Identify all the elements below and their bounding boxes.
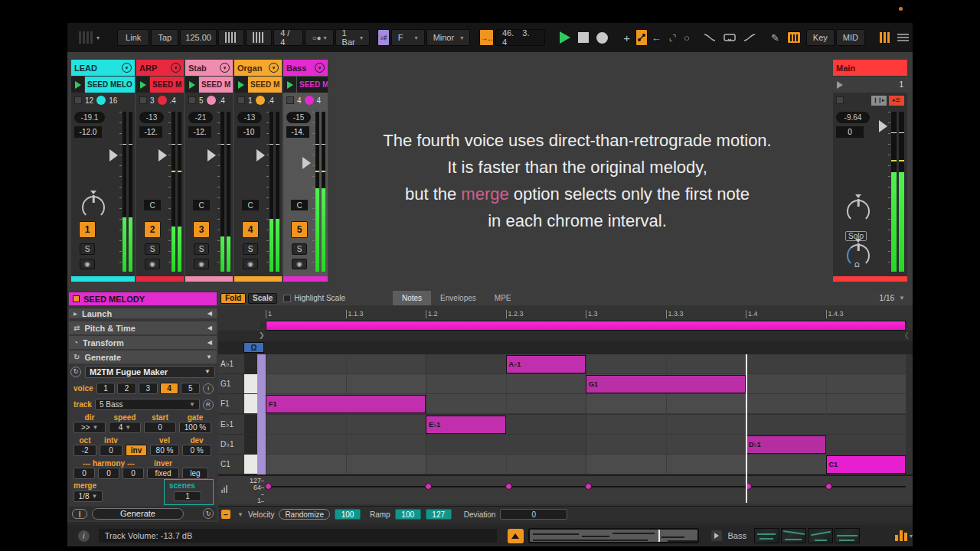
voice-button-4[interactable]: 4	[160, 383, 179, 394]
capture-midi-icon[interactable]: ○	[680, 29, 694, 46]
intv-field[interactable]: 0	[100, 445, 122, 456]
clip-stop-button[interactable]	[188, 96, 196, 104]
arm-button[interactable]: ◉	[145, 259, 160, 269]
refresh-icon[interactable]: ↻	[203, 508, 214, 519]
voice-button-1[interactable]: 1	[96, 383, 116, 394]
harmony-field-1[interactable]: 0	[74, 468, 95, 479]
clip-start-marker[interactable]: ❯	[259, 331, 265, 339]
note-grid[interactable]: A♭1G1F1E♭1D♭1C1F1E♭1A♭1G1D♭1C1	[218, 354, 913, 474]
scale-mode-icon[interactable]: ♭♯	[377, 29, 390, 46]
clip-name[interactable]: SEED M	[199, 77, 233, 93]
section-fold-icon[interactable]: ◀	[207, 324, 212, 331]
stop-button[interactable]	[574, 29, 593, 46]
device-chain-thumbnails[interactable]	[754, 528, 860, 543]
voice-button-5[interactable]: 5	[181, 383, 200, 394]
piano-key-black[interactable]	[244, 435, 257, 455]
piano-key-black[interactable]	[244, 354, 257, 374]
loop-end-marker[interactable]: ❮	[903, 321, 910, 328]
tempo-field[interactable]: 125.00	[180, 29, 217, 46]
midi-note[interactable]: F1	[266, 395, 426, 413]
track-activator[interactable]: 1	[79, 221, 96, 238]
voice-io-button[interactable]: I	[203, 383, 214, 394]
key-root-menu[interactable]: F▾	[391, 29, 425, 46]
meter-display-icon[interactable]	[895, 530, 907, 541]
track-header[interactable]: LEAD▾	[71, 60, 135, 76]
highlight-scale-checkbox[interactable]	[283, 295, 291, 302]
track-activator[interactable]: 5	[291, 221, 308, 238]
main-track-header[interactable]: Main	[833, 60, 907, 76]
inv-toggle[interactable]: inv	[126, 445, 147, 456]
solo-button[interactable]: S	[243, 243, 258, 255]
midi-map-button[interactable]: MID	[836, 29, 865, 46]
velocity-dot[interactable]	[825, 483, 832, 490]
clip-name[interactable]: SEED MELO	[85, 77, 135, 93]
arm-button[interactable]: ◉	[243, 259, 258, 269]
grid-interval-menu[interactable]: 1/16▼	[880, 294, 905, 302]
quantization-menu[interactable]: 1 Bar▾	[335, 29, 370, 46]
loop-insert-icon[interactable]: ❙	[72, 509, 87, 519]
loop-bar[interactable]	[266, 321, 906, 331]
scene-slot[interactable]: 1	[833, 77, 907, 93]
clip-play-icon[interactable]	[185, 77, 198, 93]
meter-display-chevron[interactable]: ▾	[910, 533, 913, 540]
link-button[interactable]: Link	[117, 29, 149, 46]
section-launch[interactable]: ▸Launch◀	[69, 308, 217, 318]
harmony-field-2[interactable]: 0	[98, 468, 119, 479]
dev-field[interactable]: 0 %	[182, 445, 211, 456]
groove-amount-menu[interactable]: ○●▾	[305, 29, 333, 46]
generate-button[interactable]: Generate	[92, 508, 184, 520]
loop-start-marker[interactable]: ❯	[259, 321, 265, 328]
scenes-field[interactable]: 1	[174, 491, 201, 501]
tab-mpe[interactable]: MPE	[485, 291, 521, 305]
solo-button[interactable]: S	[80, 243, 95, 255]
volume-handle[interactable]	[302, 157, 311, 169]
clip-stop-button[interactable]	[237, 96, 245, 104]
section-fold-icon[interactable]: ◀	[207, 339, 212, 346]
midi-note[interactable]: G1	[586, 375, 746, 393]
volume-value[interactable]: -14.	[286, 126, 309, 138]
pan-value[interactable]: C	[242, 200, 259, 210]
volume-value[interactable]: -10	[237, 126, 260, 138]
preview-headphone-button[interactable]: Ω	[243, 342, 264, 353]
main-volume-value[interactable]: 0	[836, 126, 864, 138]
peak-level[interactable]: -21	[188, 112, 213, 123]
piano-key-white[interactable]	[244, 394, 257, 414]
dir-select[interactable]: >>▼	[74, 422, 106, 433]
clip-play-icon[interactable]	[234, 77, 247, 93]
fold-to-scale-piano-icon[interactable]	[783, 29, 805, 46]
nudge-down-button[interactable]	[218, 29, 244, 46]
tap-tempo-button[interactable]: Tap	[151, 29, 178, 46]
midi-note[interactable]: E♭1	[426, 416, 506, 434]
voice-button-2[interactable]: 2	[117, 383, 136, 394]
target-track-select[interactable]: 5 Bass▼	[95, 399, 200, 410]
clip-title-bar[interactable]: SEED MELODY	[69, 292, 217, 305]
follow-button[interactable]: →‥	[479, 29, 494, 46]
ramp-to-field[interactable]: 127	[426, 509, 452, 520]
oct-field[interactable]: -2	[74, 445, 96, 456]
record-button[interactable]	[593, 29, 612, 46]
clip-end-marker[interactable]: ❮	[903, 331, 910, 339]
randomize-amount-field[interactable]: 100	[335, 509, 361, 520]
clip-stop-button[interactable]	[286, 96, 294, 104]
arrangement-overview[interactable]	[528, 528, 699, 543]
volume-value[interactable]: -12.	[139, 126, 162, 138]
midi-note[interactable]: A♭1	[506, 355, 586, 373]
harmony-field-3[interactable]: 0	[122, 468, 144, 479]
vel-field[interactable]: 80 %	[150, 445, 179, 456]
stop-all-clips-button[interactable]	[836, 96, 844, 104]
volume-handle[interactable]	[109, 149, 118, 161]
arm-button[interactable]: ◉	[80, 259, 95, 269]
track-header[interactable]: Bass▾	[283, 60, 328, 76]
volume-handle[interactable]	[256, 149, 265, 161]
pan-value[interactable]: C	[193, 200, 210, 210]
device-chain-play-icon[interactable]	[711, 530, 722, 541]
device-reload-icon[interactable]: ↻	[70, 367, 81, 377]
selected-track-label[interactable]: Bass	[728, 531, 746, 540]
merge-select[interactable]: 1/8▼	[74, 491, 103, 502]
start-marker-row[interactable]: ❯ ❮	[218, 331, 913, 341]
section-transform[interactable]: ◔Transform◀	[69, 336, 217, 349]
menu-icon[interactable]	[893, 29, 913, 46]
section-fold-icon[interactable]: ◀	[207, 310, 212, 317]
time-signature-field[interactable]: 4 / 4	[273, 29, 303, 46]
randomize-button[interactable]: Randomize	[279, 509, 330, 520]
